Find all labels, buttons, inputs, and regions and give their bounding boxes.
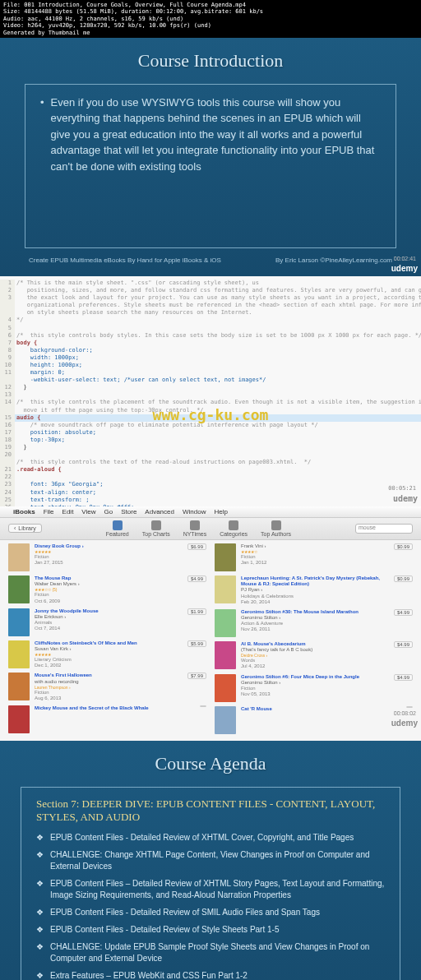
code-line[interactable]: 8 background-color:; — [0, 347, 421, 354]
book-item[interactable]: Cat 'R Mouse — [215, 706, 413, 734]
book-price-button[interactable]: $0.99 — [394, 543, 413, 550]
menu-help[interactable]: Help — [214, 508, 227, 515]
code-text[interactable]: /* this style controls the text of the r… — [15, 459, 311, 466]
book-author[interactable]: Elle Erickson › — [35, 614, 183, 620]
book-title[interactable]: Geronimo Stilton #30: The Mouse Island M… — [241, 609, 389, 615]
book-cover[interactable] — [215, 609, 236, 637]
book-cover[interactable] — [8, 640, 30, 668]
tab-featured[interactable]: Featured — [106, 520, 129, 537]
code-text[interactable]: width: 1000px; — [15, 354, 79, 362]
book-title[interactable]: Mouse's First Halloween — [35, 673, 183, 678]
code-text[interactable]: /* This is the main style sheet. ".css" … — [15, 280, 259, 287]
code-line[interactable]: 4*/ — [0, 317, 421, 324]
code-text[interactable] — [15, 474, 16, 481]
code-text[interactable]: position: absolute; — [15, 429, 96, 437]
book-price-button[interactable] — [200, 705, 206, 707]
code-line[interactable]: 2 positioning, sizes, and more, and foll… — [0, 287, 421, 294]
menu-file[interactable]: File — [44, 508, 54, 515]
code-line[interactable]: 7body { — [0, 340, 421, 347]
book-item[interactable]: Frank Vini ›★★★★☆FictionJan 1, 2012$0.99 — [215, 543, 413, 571]
book-cover[interactable] — [8, 705, 30, 733]
code-line[interactable]: 3 the exact look and layout for your pro… — [0, 294, 421, 302]
book-author[interactable]: Susan Van Kirk › — [35, 646, 183, 652]
book-cover[interactable] — [215, 543, 236, 571]
code-line[interactable]: 20 — [0, 451, 421, 459]
book-item[interactable]: Geronimo Stilton #6: Four Mice Deep in t… — [215, 674, 413, 702]
book-price-button[interactable]: $4.99 — [394, 641, 413, 648]
book-price-button[interactable]: $0.99 — [394, 576, 413, 582]
code-text[interactable] — [15, 451, 16, 459]
book-price-button[interactable]: $4.99 — [394, 674, 413, 681]
code-line[interactable]: -webkit-user-select: text; /*user can on… — [0, 377, 421, 384]
code-line[interactable]: 11 margin: 0; — [0, 369, 421, 377]
code-text[interactable]: font: 36px "Georgia"; — [15, 481, 103, 488]
tab-categories[interactable]: Categories — [220, 520, 248, 537]
menu-edit[interactable]: Edit — [62, 508, 74, 515]
book-author[interactable]: Geronimo Stilton › — [241, 615, 389, 621]
menu-ibooks[interactable]: iBooks — [13, 508, 35, 515]
book-cover[interactable] — [8, 608, 30, 636]
book-author[interactable]: Geronimo Stilton › — [241, 680, 389, 686]
code-line[interactable]: 18 top:-30px; — [0, 437, 421, 444]
search-input[interactable]: mouse — [355, 524, 413, 534]
code-line[interactable]: 23 font: 36px "Georgia"; — [0, 481, 421, 488]
code-line[interactable]: 5 — [0, 325, 421, 332]
book-cover[interactable] — [8, 543, 30, 571]
book-price-button[interactable]: $1.99 — [187, 608, 206, 615]
book-price-button[interactable]: $7.99 — [187, 673, 206, 679]
tab-top-authors[interactable]: Top Authors — [261, 520, 291, 537]
book-title[interactable]: Disney Book Group › — [35, 543, 183, 549]
code-text[interactable]: body { — [15, 340, 37, 347]
tab-nytimes[interactable]: NYTimes — [183, 520, 207, 537]
code-line[interactable]: 6/* this style controls body styles. In … — [0, 332, 421, 340]
code-line[interactable]: 12 } — [0, 384, 421, 391]
code-line[interactable]: 22 — [0, 474, 421, 481]
code-line[interactable]: 25 text-transform: ; — [0, 497, 421, 504]
code-text[interactable]: text-align: center; — [15, 489, 96, 497]
book-cover[interactable] — [8, 576, 30, 603]
code-text[interactable]: background-color:; — [15, 347, 93, 354]
book-cover[interactable] — [215, 674, 236, 702]
code-text[interactable]: top:-30px; — [15, 437, 65, 444]
menu-advanced[interactable]: Advanced — [145, 508, 174, 515]
library-button[interactable]: ‹ Library — [8, 524, 42, 533]
book-cover[interactable] — [215, 576, 236, 603]
book-price-button[interactable]: $5.99 — [187, 640, 206, 647]
menu-view[interactable]: View — [81, 508, 95, 515]
book-title[interactable]: Al B. Mouse's Abecedarium — [241, 641, 389, 647]
menu-store[interactable]: Store — [121, 508, 136, 515]
book-title[interactable]: Leprechaun Hunting: A St. Patrick's Day … — [241, 576, 389, 587]
code-text[interactable]: } — [15, 444, 27, 451]
code-text[interactable]: -webkit-user-select: text; /*user can on… — [15, 377, 266, 384]
book-author[interactable]: with audio recording — [35, 679, 183, 685]
book-price-button[interactable]: $4.99 — [394, 609, 413, 616]
code-line[interactable]: 1/* This is the main style sheet. ".css"… — [0, 280, 421, 287]
code-text[interactable]: text-transform: ; — [15, 497, 90, 504]
book-item[interactable]: CliffsNotes on Steinbeck's Of Mice and M… — [8, 640, 206, 669]
code-line[interactable]: 9 width: 1000px; — [0, 354, 421, 362]
book-item[interactable]: Mickey Mouse and the Secret of the Black… — [8, 705, 206, 733]
code-editor[interactable]: 1/* This is the main style sheet. ".css"… — [0, 276, 421, 506]
book-cover[interactable] — [215, 706, 236, 734]
book-author[interactable]: (That's fancy talk for A B C book) — [241, 647, 389, 653]
book-title[interactable]: The Mouse Rap — [35, 576, 183, 581]
book-title[interactable]: Geronimo Stilton #6: Four Mice Deep in t… — [241, 674, 389, 680]
mac-menubar[interactable]: iBooksFileEditViewGoStoreAdvancedWindowH… — [0, 506, 421, 518]
book-item[interactable]: The Mouse RapWalter Dean Myers ›★★★☆☆ (5… — [8, 576, 206, 604]
book-price-button[interactable]: $4.99 — [187, 576, 206, 582]
code-text[interactable]: height: 1000px; — [15, 362, 82, 369]
code-text[interactable]: the exact look and layout for your proje… — [15, 294, 421, 302]
book-item[interactable]: Disney Book Group ›★★★★★FictionJan 27, 2… — [8, 543, 206, 571]
code-line[interactable]: 17 position: absolute; — [0, 429, 421, 437]
code-line[interactable]: 10 height: 1000px; — [0, 362, 421, 369]
code-text[interactable] — [15, 325, 16, 332]
book-cover[interactable] — [8, 673, 30, 700]
code-text[interactable] — [15, 391, 16, 399]
book-item[interactable]: Leprechaun Hunting: A St. Patrick's Day … — [215, 576, 413, 605]
code-line[interactable]: on style sheets please search the many r… — [0, 309, 421, 317]
code-line[interactable]: 13 — [0, 391, 421, 399]
menu-window[interactable]: Window — [183, 508, 206, 515]
book-author[interactable]: Walter Dean Myers › — [35, 581, 183, 587]
code-line[interactable]: organizational preferences. Style sheets… — [0, 302, 421, 309]
code-text[interactable]: organizational preferences. Style sheets… — [15, 302, 421, 309]
